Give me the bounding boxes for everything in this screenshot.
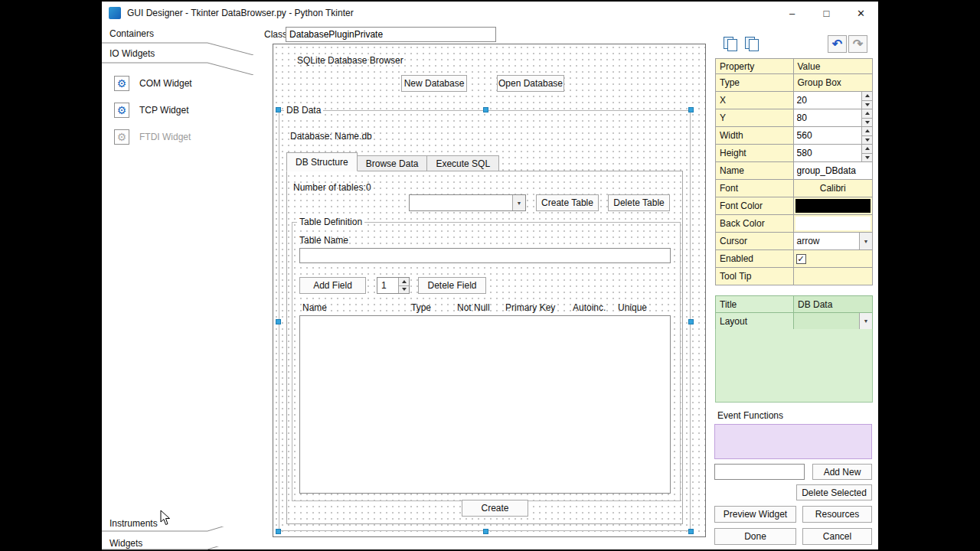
selection-handle[interactable] [276, 319, 281, 324]
property-row-x: X [716, 92, 873, 109]
event-functions-label: Event Functions [717, 410, 783, 421]
new-database-button[interactable]: New Database [401, 75, 467, 92]
property-row-back-color: Back Color [716, 215, 873, 233]
preview-widget-button[interactable]: Preview Widget [714, 506, 796, 523]
minimize-button[interactable]: – [775, 2, 809, 24]
chevron-down-icon[interactable]: ▼ [859, 313, 872, 329]
property-row-cursor: Cursor arrow ▼ [716, 233, 873, 250]
x-input[interactable] [794, 92, 861, 109]
name-input[interactable] [794, 162, 872, 179]
spinner-down-icon[interactable] [862, 135, 872, 145]
tab-browse-data[interactable]: Browse Data [358, 155, 428, 171]
spinner-up-icon[interactable] [862, 109, 872, 118]
column-header-primary-key: Primary Key [505, 302, 555, 313]
widget-item-tcp[interactable]: ⚙ TCP Widget [114, 102, 188, 119]
selection-handle[interactable] [688, 319, 694, 324]
layout-dropdown[interactable]: ▼ [794, 313, 872, 329]
property-row-type: Type Group Box [716, 74, 873, 92]
back-color-swatch[interactable] [794, 215, 872, 232]
delete-field-button[interactable]: Detele Field [418, 277, 486, 294]
section-divider-line [102, 58, 254, 75]
db-structure-tab-panel: Number of tables: 0 ▼ Create Table Delet… [286, 171, 683, 524]
enabled-checkbox[interactable]: ✓ [796, 254, 806, 264]
title-label: Title [716, 296, 794, 312]
width-input[interactable] [794, 127, 861, 144]
cancel-button[interactable]: Cancel [802, 528, 872, 545]
groupbox-title: DB Data [284, 105, 323, 116]
spinner-down-icon[interactable] [399, 285, 409, 294]
property-row-height: Height [716, 145, 873, 162]
tab-execute-sql[interactable]: Execute SQL [427, 155, 499, 171]
property-row-width: Width [716, 127, 873, 145]
class-name-input[interactable] [286, 27, 496, 42]
height-input[interactable] [794, 145, 861, 161]
chevron-down-icon[interactable]: ▼ [859, 233, 872, 249]
selection-handle[interactable] [276, 107, 281, 112]
cursor-dropdown[interactable]: arrow ▼ [794, 233, 873, 249]
redo-button[interactable]: ↷ [848, 35, 867, 53]
spinner-down-icon[interactable] [862, 100, 872, 109]
sidebar-section-containers[interactable]: Containers [102, 26, 254, 43]
gear-glyph: ⚙ [117, 77, 127, 90]
spinner-down-icon[interactable] [862, 153, 872, 162]
paste-widget-icon[interactable] [744, 36, 760, 51]
header-value: Value [794, 59, 874, 73]
selection-handle[interactable] [483, 107, 488, 112]
undo-button[interactable]: ↶ [828, 35, 847, 53]
add-new-button[interactable]: Add New [812, 464, 872, 480]
table-select-dropdown[interactable]: ▼ [409, 194, 526, 211]
window-title: GUI Designer - Tkinter DataBrowser.py - … [127, 8, 354, 18]
spinner-buttons [861, 145, 872, 161]
selection-handle[interactable] [688, 107, 694, 112]
delete-table-button[interactable]: Delete Table [608, 194, 670, 211]
tab-db-structure[interactable]: DB Structure [286, 152, 358, 171]
selection-handle[interactable] [276, 529, 281, 534]
spinner-up-icon[interactable] [862, 92, 872, 100]
chevron-down-icon[interactable]: ▼ [512, 195, 525, 210]
font-button[interactable]: Calibri [794, 180, 874, 197]
prop-label: Name [716, 162, 794, 179]
design-canvas[interactable]: SQLite Database Browser New Database Ope… [273, 44, 706, 537]
event-function-input[interactable] [714, 464, 805, 480]
undo-icon: ↶ [832, 37, 842, 51]
create-table-button[interactable]: Create Table [536, 194, 599, 211]
db-data-groupbox[interactable]: DB Data Database: Name.db DB Structure B… [279, 110, 691, 531]
spinner-up-icon[interactable] [862, 145, 872, 153]
close-button[interactable]: ✕ [844, 2, 878, 24]
add-field-button[interactable]: Add Field [299, 277, 366, 294]
selection-handle[interactable] [483, 529, 488, 534]
sidebar-section-label: Instruments [109, 518, 158, 529]
done-button[interactable]: Done [714, 528, 796, 545]
spinner-up-icon[interactable] [399, 278, 409, 285]
spinner-up-icon[interactable] [862, 127, 872, 135]
create-button[interactable]: Create [462, 500, 528, 517]
property-row-name: Name [716, 162, 873, 180]
selection-handle[interactable] [688, 529, 694, 534]
sidebar-section-widgets[interactable]: Widgets [102, 536, 254, 551]
prop-value-back-color [794, 215, 873, 232]
title-input[interactable]: DB Data [794, 296, 872, 312]
prop-label: Y [716, 109, 794, 126]
maximize-button[interactable]: □ [809, 2, 844, 24]
open-database-button[interactable]: Open Database [497, 75, 564, 92]
event-functions-listbox[interactable] [714, 424, 872, 459]
field-count-spinner[interactable]: 1 [377, 277, 410, 294]
table-name-input[interactable] [299, 248, 671, 263]
redo-icon: ↷ [853, 37, 863, 51]
y-input[interactable] [794, 109, 861, 126]
prop-value-x [794, 92, 873, 109]
mouse-cursor [160, 510, 171, 526]
copy-widget-icon[interactable] [723, 36, 738, 51]
font-color-swatch[interactable] [794, 197, 872, 214]
sidebar-section-instruments[interactable]: Instruments [102, 516, 254, 533]
tool-tip-value[interactable] [794, 268, 874, 285]
widget-item-com[interactable]: ⚙ COM Widget [114, 75, 192, 92]
layout-row: Layout ▼ [716, 313, 872, 330]
delete-selected-button[interactable]: Delete Selected [796, 484, 872, 500]
inspector-panel: ↶ ↷ Property Value Type Group Box X [712, 26, 876, 549]
fields-listbox[interactable] [299, 315, 671, 494]
spinner-down-icon[interactable] [862, 118, 872, 127]
sidebar-section-io-widgets[interactable]: IO Widgets [102, 46, 254, 63]
prop-value-width [794, 127, 873, 144]
resources-button[interactable]: Resources [802, 506, 872, 523]
